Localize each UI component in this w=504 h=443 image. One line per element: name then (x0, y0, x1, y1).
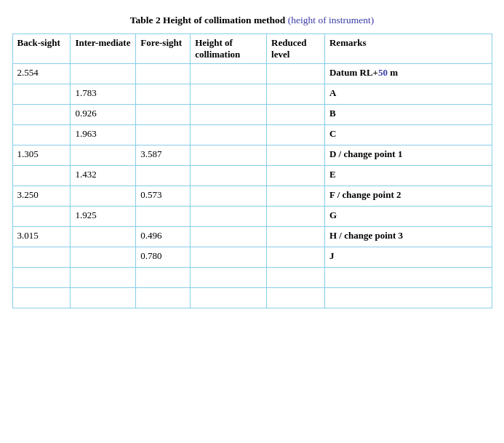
cell-hoc-2 (191, 105, 267, 125)
cell-remarks-2: B (324, 105, 492, 125)
cell-foresight-0 (136, 64, 191, 84)
title-normal: (height of instrument) (285, 15, 374, 25)
cell-intermediate-8 (71, 227, 136, 247)
cell-rl-6 (267, 186, 325, 207)
cell-rl-3 (267, 125, 325, 145)
cell-intermediate-4 (71, 145, 136, 166)
cell-rl-4 (267, 145, 325, 166)
cell-remarks-5: E (324, 166, 492, 186)
table-row: 3.0150.496H / change point 3 (12, 227, 492, 247)
table-row (12, 288, 492, 308)
cell-rl-0 (267, 64, 325, 84)
cell-remarks-6: F / change point 2 (324, 186, 492, 207)
cell-backsight-4: 1.305 (12, 145, 71, 166)
cell-rl-11 (267, 288, 325, 308)
cell-intermediate-3: 1.963 (71, 125, 136, 145)
cell-remarks-10 (324, 268, 492, 288)
cell-foresight-7 (136, 207, 191, 227)
cell-rl-2 (267, 105, 325, 125)
header-rl: Reduced level (267, 34, 325, 64)
cell-hoc-5 (191, 166, 267, 186)
cell-foresight-10 (136, 268, 191, 288)
cell-intermediate-0 (71, 64, 136, 84)
table-row: 3.2500.573F / change point 2 (12, 186, 492, 207)
cell-intermediate-1: 1.783 (71, 84, 136, 105)
cell-foresight-5 (136, 166, 191, 186)
collimation-table: Back-sight Inter-mediate Fore-sight Heig… (12, 33, 492, 308)
cell-backsight-2 (12, 105, 71, 125)
header-intermediate: Inter-mediate (71, 34, 136, 64)
cell-backsight-3 (12, 125, 71, 145)
cell-hoc-9 (191, 247, 267, 268)
cell-intermediate-5: 1.432 (71, 166, 136, 186)
cell-foresight-8: 0.496 (136, 227, 191, 247)
cell-hoc-3 (191, 125, 267, 145)
cell-backsight-1 (12, 84, 71, 105)
table-row (12, 268, 492, 288)
cell-intermediate-9 (71, 247, 136, 268)
cell-hoc-1 (191, 84, 267, 105)
header-foresight: Fore-sight (136, 34, 191, 64)
cell-remarks-0: Datum RL+50 m (324, 64, 492, 84)
cell-foresight-1 (136, 84, 191, 105)
cell-backsight-6: 3.250 (12, 186, 71, 207)
header-remarks: Remarks (324, 34, 492, 64)
cell-rl-5 (267, 166, 325, 186)
cell-remarks-1: A (324, 84, 492, 105)
header-row: Back-sight Inter-mediate Fore-sight Heig… (12, 34, 492, 64)
cell-foresight-4: 3.587 (136, 145, 191, 166)
cell-remarks-4: D / change point 1 (324, 145, 492, 166)
title-bold: Table 2 Height of collimation method (130, 15, 286, 25)
cell-foresight-9: 0.780 (136, 247, 191, 268)
cell-foresight-11 (136, 288, 191, 308)
table-row: 1.963C (12, 125, 492, 145)
cell-intermediate-7: 1.925 (71, 207, 136, 227)
cell-remarks-9: J (324, 247, 492, 268)
cell-rl-8 (267, 227, 325, 247)
cell-intermediate-6 (71, 186, 136, 207)
table-row: 1.783A (12, 84, 492, 105)
cell-hoc-8 (191, 227, 267, 247)
cell-hoc-11 (191, 288, 267, 308)
cell-backsight-8: 3.015 (12, 227, 71, 247)
table-row: 0.780J (12, 247, 492, 268)
cell-backsight-7 (12, 207, 71, 227)
cell-intermediate-2: 0.926 (71, 105, 136, 125)
cell-remarks-8: H / change point 3 (324, 227, 492, 247)
header-backsight: Back-sight (12, 34, 71, 64)
cell-foresight-6: 0.573 (136, 186, 191, 207)
cell-hoc-0 (191, 64, 267, 84)
cell-intermediate-10 (71, 268, 136, 288)
cell-intermediate-11 (71, 288, 136, 308)
header-hoc: Height of collimation (191, 34, 267, 64)
cell-foresight-2 (136, 105, 191, 125)
table-title: Table 2 Height of collimation method (he… (130, 15, 375, 26)
cell-rl-9 (267, 247, 325, 268)
table-row: 0.926B (12, 105, 492, 125)
cell-hoc-10 (191, 268, 267, 288)
cell-backsight-9 (12, 247, 71, 268)
cell-backsight-11 (12, 288, 71, 308)
cell-backsight-0: 2.554 (12, 64, 71, 84)
cell-rl-7 (267, 207, 325, 227)
cell-remarks-7: G (324, 207, 492, 227)
cell-foresight-3 (136, 125, 191, 145)
table-row: 1.432E (12, 166, 492, 186)
cell-remarks-3: C (324, 125, 492, 145)
table-row: 2.554Datum RL+50 m (12, 64, 492, 84)
cell-hoc-4 (191, 145, 267, 166)
cell-hoc-7 (191, 207, 267, 227)
cell-rl-10 (267, 268, 325, 288)
cell-hoc-6 (191, 186, 267, 207)
table-row: 1.925G (12, 207, 492, 227)
cell-rl-1 (267, 84, 325, 105)
table-row: 1.3053.587D / change point 1 (12, 145, 492, 166)
cell-backsight-10 (12, 268, 71, 288)
cell-remarks-11 (324, 288, 492, 308)
cell-backsight-5 (12, 166, 71, 186)
